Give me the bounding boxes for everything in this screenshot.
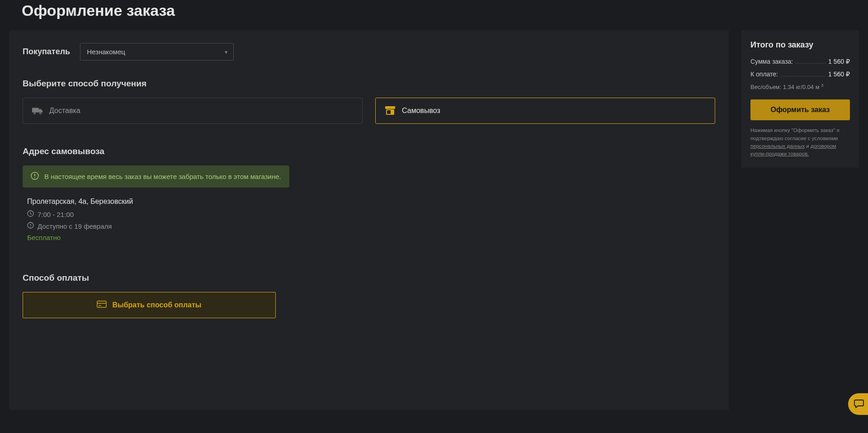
svg-rect-3 [385,106,395,109]
delivery-option[interactable]: Доставка [23,98,363,124]
summary-to-pay-value: 1 560 ₽ [828,71,850,78]
page-title: Оформление заказа [9,0,859,30]
svg-point-1 [33,112,35,114]
delivery-option-label: Доставка [49,107,80,115]
store-icon [385,106,396,115]
chat-fab[interactable] [848,393,868,415]
chat-icon [852,399,864,409]
svg-rect-13 [97,301,106,307]
pickup-hours: 7:00 - 21:00 [38,211,74,218]
choose-payment-label: Выбрать способ оплаты [112,301,201,309]
dots-divider [796,63,826,64]
svg-point-2 [39,112,41,114]
summary-order-sum-value: 1 560 ₽ [828,58,850,65]
legal-notice: Нажимая кнопку "Оформить заказ" я подтве… [750,127,850,158]
svg-point-8 [34,177,35,178]
payment-method-title: Способ оплаты [23,273,715,283]
submit-order-button[interactable]: Оформить заказ [750,99,850,120]
summary-title: Итого по заказу [750,40,850,50]
dots-divider [781,76,826,76]
choose-payment-button[interactable]: Выбрать способ оплаты [23,292,276,318]
checkout-main-panel: Покупатель Незнакомец ▼ Выберите способ … [9,30,729,410]
delivery-method-title: Выберите способ получения [23,79,715,89]
truck-icon [32,106,43,115]
pickup-address: Пролетарская, 4а, Березовский [27,198,715,206]
buyer-label: Покупатель [23,47,70,56]
pickup-price: Бесплатно [27,234,715,241]
info-small-icon [27,222,34,230]
svg-rect-5 [387,110,391,114]
summary-order-sum-label: Сумма заказа: [750,58,793,65]
pickup-option-label: Самовывоз [402,107,440,115]
pickup-alert: В настоящее время весь заказ вы можете з… [23,165,289,188]
pickup-option[interactable]: Самовывоз [375,98,715,124]
order-summary-panel: Итого по заказу Сумма заказа: 1 560 ₽ К … [741,30,859,168]
pickup-alert-text: В настоящее время весь заказ вы можете з… [44,173,281,180]
svg-point-12 [30,226,31,227]
summary-to-pay-label: К оплате: [750,71,778,78]
pickup-available: Доступно с 19 февраля [38,222,112,230]
pickup-address-title: Адрес самовывоза [23,146,715,156]
summary-weight: Вес/объем: 1.34 кг/0.04 м 3 [750,83,850,90]
card-icon [97,301,107,310]
svg-rect-0 [32,108,39,113]
personal-data-link[interactable]: персональных данных [750,143,805,149]
clock-icon [27,210,34,218]
buyer-select[interactable]: Незнакомец [80,43,234,61]
info-icon [31,172,39,181]
